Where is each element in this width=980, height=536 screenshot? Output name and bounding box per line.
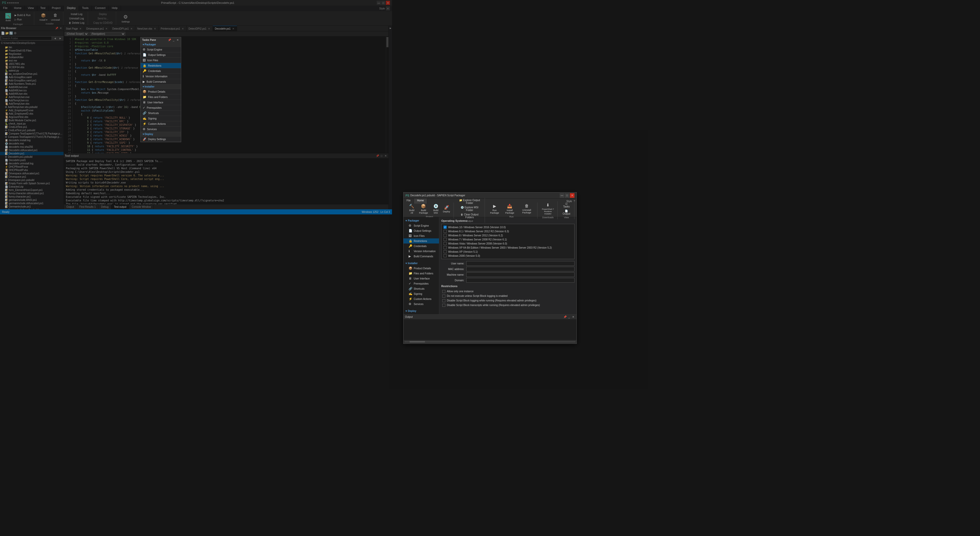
file-tree-item[interactable]: 📜 5C3DF64.vbs (0, 65, 64, 69)
file-tree-item[interactable]: ⚙ AddTempUser.vbs.psbuild (0, 105, 64, 109)
editor-tab[interactable]: Drivespace.ps1 ✕ (84, 26, 110, 32)
file-tree-item[interactable]: ⚙ Drivespace.ps1.psbuild (0, 178, 64, 182)
send-to-button[interactable]: Send to... (96, 17, 110, 21)
minimize-button[interactable]: — (377, 1, 381, 5)
tab-close-btn[interactable]: ✕ (207, 27, 210, 30)
file-tree-item[interactable]: 📄 decodehr.msi.sha256 (0, 145, 64, 148)
file-tree-item[interactable]: 🐍 check_input.py (0, 122, 64, 125)
bottom-tab[interactable]: Test output (111, 204, 129, 210)
ribbon-tab-file[interactable]: File (0, 6, 11, 11)
nav-back-btn[interactable]: ◄ (53, 37, 57, 40)
file-tree-item[interactable]: 📄 Extracted.zip (0, 185, 64, 188)
tab-close-btn[interactable]: ✕ (105, 27, 108, 30)
file-tree-item[interactable]: 📝 Build Module Cache.ps1 (0, 119, 64, 122)
nav-forward-btn[interactable]: ► (58, 37, 62, 40)
file-tree-item[interactable]: 📜 16017481.vbs (0, 62, 64, 65)
delete-log-button[interactable]: 🗑 Delete Log (67, 21, 86, 25)
install-button[interactable]: 📦 Install ▾ (38, 12, 49, 22)
file-tree-item[interactable]: 📋 decodehr.uninstall.log (0, 162, 64, 165)
ribbon-tab-view[interactable]: View (25, 6, 37, 11)
output-expand-btn[interactable]: □ (380, 154, 383, 158)
file-tree-item[interactable]: 📝 funny.character.obfuscated.ps1 (0, 192, 64, 195)
fb-new-btn[interactable]: 📄 (1, 32, 5, 35)
file-tree-item[interactable]: 📝 form_ElementHost.Export.ps1 (0, 188, 64, 192)
file-tree-item[interactable]: 📜 AddTempUser.vbs (0, 102, 64, 105)
file-browser-close-btn[interactable]: ✕ (59, 27, 62, 30)
file-tree-item[interactable]: 📁 RegSeeker (0, 52, 64, 56)
editor-tab[interactable]: Decodehr.ps1 ✕ (213, 26, 237, 32)
file-tree-item[interactable]: ⚡ DHCPRestIP.exe (0, 165, 64, 169)
file-tree-item[interactable]: 📄 Decodehr.psd1 (0, 159, 64, 162)
file-tree-item[interactable]: 💿 decodehr.msi (0, 142, 64, 145)
file-tree-item[interactable]: 📄 Add-GroupBox.xaml (0, 76, 64, 79)
navigation-select[interactable]: (Navigation) (89, 32, 125, 36)
tab-close-btn[interactable]: ✕ (153, 27, 156, 30)
ribbon-tab-project[interactable]: Project (49, 6, 64, 11)
deploy-button[interactable]: Deploy (98, 12, 108, 16)
fb-refresh-btn[interactable]: 🔄 (9, 32, 13, 35)
tab-close-btn[interactable]: ✕ (130, 27, 133, 30)
editor-tab[interactable]: NewUser.vbs ✕ (135, 26, 159, 32)
file-tree-item[interactable]: 📝 Decodehr.obfuscated.ps1 (0, 148, 64, 152)
bottom-tab[interactable]: Debug (99, 204, 111, 210)
file-tree-item[interactable]: 📝 germaninclude.ANSI.ps1 (0, 198, 64, 202)
file-tree-item[interactable]: 📝 Decodehr.ps1 (0, 152, 64, 155)
file-tree-item[interactable]: ⚙ CmdLetTest.ps1.psbuild (0, 129, 64, 132)
file-tree-item[interactable]: 📝 funny.character.ps1 (0, 195, 64, 198)
search-input[interactable] (1, 36, 52, 40)
ribbon-tab-home[interactable]: Home (11, 6, 25, 11)
file-tree-item[interactable]: 📄 Add048User.ico (0, 89, 64, 92)
file-tree-item[interactable]: 📁 test me (0, 59, 64, 62)
build-button[interactable]: 🔨 Build (4, 12, 12, 22)
file-tree-item[interactable]: 📜 ArgcountTest.vbs (0, 115, 64, 119)
maximize-button[interactable]: □ (381, 1, 385, 5)
file-tree-item[interactable]: 📝 Empty Form with Splash Screen.ps1 (0, 182, 64, 185)
file-tree-item[interactable]: 📝 Add-Numbers.Tests.ps1 (0, 82, 64, 86)
tab-close-btn[interactable]: ✕ (79, 27, 82, 30)
install-log-button[interactable]: Install Log (69, 12, 84, 16)
file-tree-item[interactable]: 📝 Compare-TestSapienV177vsV178.Package.p… (0, 132, 64, 135)
file-tree-item[interactable]: 📋 decodehr.install.log (0, 138, 64, 142)
fb-settings-btn[interactable]: ⚙ (13, 32, 17, 35)
file-tree-item[interactable]: ⚙ Compare-TestSapienV177vsV178.Package.p… (0, 135, 64, 138)
file-tree-item[interactable]: 📄 AddTempUser.ico (0, 99, 64, 102)
file-tree-item[interactable]: 📝 Add-GroupBox.xaml.ps1 (0, 79, 64, 82)
output-close-btn[interactable]: ✕ (384, 154, 387, 158)
bottom-tab[interactable]: Find Results 1 (77, 204, 99, 210)
file-tree-item[interactable]: 🐍 aatest.py (0, 69, 64, 72)
ribbon-tab-test[interactable]: Test (37, 6, 49, 11)
fb-folder-btn[interactable]: 📁 (5, 32, 9, 35)
bottom-tab[interactable]: Output (64, 204, 77, 210)
file-tree-item[interactable]: 📜 Add048User.vbs (0, 92, 64, 95)
right-panel-btn1[interactable]: ▶ (389, 26, 392, 30)
file-tree-item[interactable]: 📝 Drivespace.obfuscated.ps1 (0, 172, 64, 175)
file-tree-item[interactable]: ⚙ Decodehr.ps1.psbuild (0, 155, 64, 159)
uninstall-log-button[interactable]: Uninstall Log (68, 17, 85, 21)
settings-button[interactable]: ⚙ Settings (120, 13, 131, 24)
file-tree-item[interactable]: 📁 bin (0, 46, 64, 49)
copy-to-cd-button[interactable]: Copy to CD/DVD (92, 21, 114, 25)
editor-tab[interactable]: DetectDPI.ps1 ✕ (110, 26, 135, 32)
file-tree-item[interactable]: 📝 CmdLetTest.ps1 (0, 125, 64, 129)
file-tree-item[interactable]: 📝 germaninclude.obfuscated.ps1 (0, 202, 64, 205)
ribbon-tab-connect[interactable]: Connect (92, 6, 109, 11)
file-tree-item[interactable]: 📝 aa_scriptonOneDrive.ps1 (0, 72, 64, 76)
uninstall-button[interactable]: 🗑 Uninstall (50, 12, 61, 22)
bottom-tab[interactable]: Console Window (129, 204, 154, 210)
run-button[interactable]: ▷ Run (13, 17, 32, 21)
editor-scrollbar[interactable] (386, 37, 388, 153)
ribbon-tab-deploy[interactable]: Deploy (64, 6, 79, 11)
build-run-button[interactable]: ▶ Build & Run (13, 13, 32, 17)
file-tree-item[interactable]: 📝 Germaninclude.ps1 (0, 205, 64, 208)
tab-close-btn[interactable]: ✕ (232, 27, 235, 30)
editor-tab[interactable]: Start Page ✕ (64, 26, 84, 32)
file-tree-item[interactable]: 📜 Add_EmployeeID.vbs (0, 112, 64, 115)
ribbon-tab-tools[interactable]: Tools (79, 6, 92, 11)
code-content[interactable]: #based on winerror.h from Windows 10 SDK… (73, 37, 386, 153)
close-button[interactable]: ✕ (386, 1, 390, 5)
file-browser-pin-btn[interactable]: 📌 (55, 27, 59, 30)
tab-close-btn[interactable]: ✕ (181, 27, 184, 30)
editor-tab[interactable]: Printeroutput.ps1 ✕ (159, 26, 186, 32)
output-pin-btn[interactable]: 📌 (375, 154, 379, 158)
file-tree-item[interactable]: 📜 DHCPRestIP.vbs (0, 169, 64, 172)
